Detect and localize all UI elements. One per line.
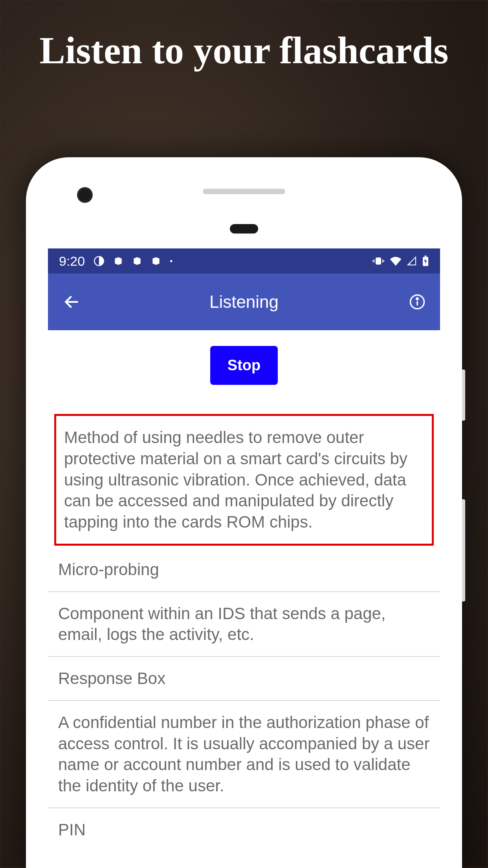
vibrate-icon <box>372 256 384 266</box>
phone-speaker <box>203 189 285 194</box>
controls-section: Stop <box>48 330 440 401</box>
phone-camera <box>77 187 93 203</box>
contrast-icon <box>94 256 105 267</box>
list-item[interactable]: Component within an IDS that sends a pag… <box>48 592 440 657</box>
phone-sensor <box>230 224 258 234</box>
phone-side-button <box>462 370 465 421</box>
status-time: 9:20 <box>59 254 85 269</box>
svg-point-12 <box>416 298 418 300</box>
svg-text:×: × <box>409 261 411 266</box>
list-item[interactable]: Response Box <box>48 657 440 701</box>
status-bar: 9:20 • <box>48 248 440 274</box>
promo-headline: Listen to your flashcards <box>0 28 488 74</box>
battery-icon <box>422 256 429 267</box>
page-title: Listening <box>209 292 279 312</box>
phone-screen: 9:20 • <box>48 248 440 868</box>
list-item[interactable]: PIN <box>48 808 440 851</box>
info-button[interactable] <box>406 291 428 313</box>
svg-rect-8 <box>425 256 427 257</box>
phone-side-button <box>462 499 465 601</box>
dot-icon: • <box>170 257 172 266</box>
back-button[interactable] <box>60 290 83 314</box>
book-icon <box>132 256 142 266</box>
wifi-icon <box>390 256 402 266</box>
svg-rect-1 <box>376 258 381 264</box>
app-bar: Listening <box>48 274 440 330</box>
book-icon <box>113 256 123 266</box>
list-item[interactable]: A confidential number in the authorizati… <box>48 701 440 808</box>
book-icon <box>151 256 161 266</box>
current-flashcard[interactable]: Method of using needles to remove outer … <box>54 414 434 546</box>
flashcard-text: Method of using needles to remove outer … <box>64 427 424 533</box>
signal-icon: × <box>407 256 416 266</box>
list-item[interactable]: Micro-probing <box>48 546 440 592</box>
stop-button[interactable]: Stop <box>210 346 278 385</box>
phone-frame: 9:20 • <box>26 157 462 868</box>
